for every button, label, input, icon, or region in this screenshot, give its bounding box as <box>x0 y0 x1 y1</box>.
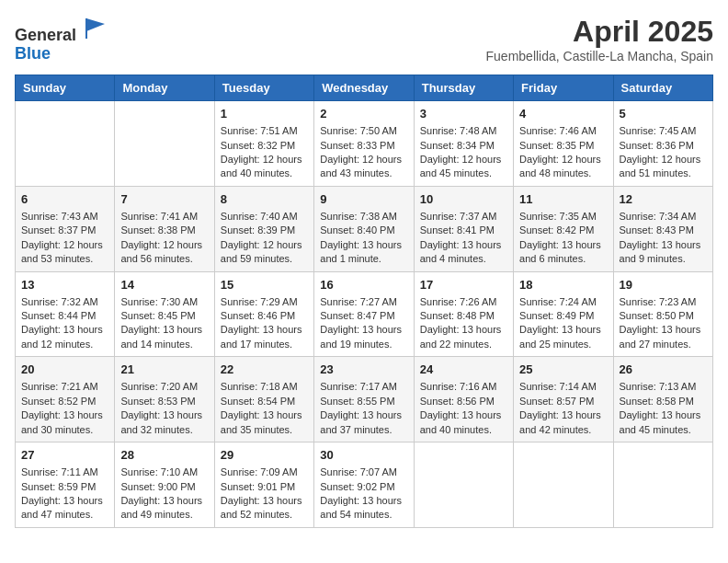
day-number: 1 <box>221 106 308 122</box>
day-number: 12 <box>620 191 707 208</box>
daylight-text: Daylight: 13 hours and 17 minutes. <box>221 323 308 351</box>
sunrise-text: Sunrise: 7:21 AM <box>21 380 108 394</box>
sunrise-text: Sunrise: 7:20 AM <box>120 380 208 394</box>
table-row: 16Sunrise: 7:27 AMSunset: 8:47 PMDayligh… <box>314 271 414 357</box>
table-row: 13Sunrise: 7:32 AMSunset: 8:44 PMDayligh… <box>16 271 115 357</box>
sunset-text: Sunset: 8:46 PM <box>221 309 308 323</box>
day-number: 26 <box>620 362 707 378</box>
daylight-text: Daylight: 13 hours and 30 minutes. <box>21 408 108 437</box>
sunset-text: Sunset: 9:02 PM <box>320 480 407 494</box>
col-monday: Monday <box>115 75 214 101</box>
sunset-text: Sunset: 8:52 PM <box>21 395 108 408</box>
sunset-text: Sunset: 8:36 PM <box>620 139 707 153</box>
col-tuesday: Tuesday <box>214 75 313 101</box>
sunrise-text: Sunrise: 7:07 AM <box>320 465 407 479</box>
daylight-text: Daylight: 13 hours and 4 minutes. <box>420 238 507 267</box>
day-number: 13 <box>21 277 108 293</box>
sunrise-text: Sunrise: 7:11 AM <box>21 465 108 479</box>
day-number: 9 <box>320 191 407 208</box>
day-number: 24 <box>420 362 507 378</box>
sunrise-text: Sunrise: 7:41 AM <box>120 210 208 224</box>
day-number: 22 <box>221 362 308 378</box>
day-number: 6 <box>21 191 108 208</box>
day-number: 15 <box>221 277 308 293</box>
table-row: 22Sunrise: 7:18 AMSunset: 8:54 PMDayligh… <box>214 357 313 442</box>
daylight-text: Daylight: 13 hours and 1 minute. <box>320 238 407 267</box>
sunrise-text: Sunrise: 7:50 AM <box>320 124 407 138</box>
col-wednesday: Wednesday <box>314 75 414 101</box>
svg-marker-0 <box>86 18 105 31</box>
day-number: 11 <box>519 191 607 208</box>
logo-flag-icon <box>83 15 108 40</box>
sunrise-text: Sunrise: 7:46 AM <box>519 124 607 138</box>
sunset-text: Sunset: 8:47 PM <box>320 309 407 323</box>
sunrise-text: Sunrise: 7:26 AM <box>420 295 507 309</box>
table-row: 11Sunrise: 7:35 AMSunset: 8:42 PMDayligh… <box>514 186 613 271</box>
daylight-text: Daylight: 13 hours and 45 minutes. <box>620 408 707 437</box>
daylight-text: Daylight: 12 hours and 56 minutes. <box>120 238 208 267</box>
daylight-text: Daylight: 12 hours and 45 minutes. <box>420 153 507 181</box>
day-number: 19 <box>620 277 707 293</box>
day-number: 4 <box>519 106 607 122</box>
sunrise-text: Sunrise: 7:35 AM <box>519 210 607 224</box>
day-number: 2 <box>320 106 407 122</box>
table-row: 9Sunrise: 7:38 AMSunset: 8:40 PMDaylight… <box>314 186 414 271</box>
sunset-text: Sunset: 8:56 PM <box>420 395 507 408</box>
sunset-text: Sunset: 8:50 PM <box>620 309 707 323</box>
table-row: 12Sunrise: 7:34 AMSunset: 8:43 PMDayligh… <box>613 186 712 271</box>
table-row: 8Sunrise: 7:40 AMSunset: 8:39 PMDaylight… <box>214 186 313 271</box>
daylight-text: Daylight: 13 hours and 32 minutes. <box>120 408 208 437</box>
daylight-text: Daylight: 12 hours and 40 minutes. <box>221 153 308 181</box>
table-row: 20Sunrise: 7:21 AMSunset: 8:52 PMDayligh… <box>16 357 115 442</box>
day-number: 29 <box>221 447 308 464</box>
daylight-text: Daylight: 13 hours and 12 minutes. <box>21 323 108 351</box>
day-number: 5 <box>620 106 707 122</box>
table-row: 29Sunrise: 7:09 AMSunset: 9:01 PMDayligh… <box>214 442 313 528</box>
sunrise-text: Sunrise: 7:17 AM <box>320 380 407 394</box>
daylight-text: Daylight: 13 hours and 35 minutes. <box>221 408 308 437</box>
calendar-week-row: 6Sunrise: 7:43 AMSunset: 8:37 PMDaylight… <box>16 186 713 271</box>
sunset-text: Sunset: 8:53 PM <box>120 395 208 408</box>
sunrise-text: Sunrise: 7:37 AM <box>420 210 507 224</box>
day-number: 18 <box>519 277 607 293</box>
table-row: 27Sunrise: 7:11 AMSunset: 8:59 PMDayligh… <box>16 442 115 528</box>
col-friday: Friday <box>514 75 613 101</box>
table-row <box>514 442 613 528</box>
sunrise-text: Sunrise: 7:40 AM <box>221 210 308 224</box>
day-number: 7 <box>120 191 208 208</box>
table-row: 1Sunrise: 7:51 AMSunset: 8:32 PMDaylight… <box>214 101 313 187</box>
sunset-text: Sunset: 8:43 PM <box>620 224 707 237</box>
daylight-text: Daylight: 13 hours and 54 minutes. <box>320 494 407 523</box>
daylight-text: Daylight: 13 hours and 49 minutes. <box>120 494 208 523</box>
daylight-text: Daylight: 13 hours and 42 minutes. <box>519 408 607 437</box>
sunrise-text: Sunrise: 7:16 AM <box>420 380 507 394</box>
daylight-text: Daylight: 13 hours and 19 minutes. <box>320 323 407 351</box>
location-subtitle: Fuembellida, Castille-La Mancha, Spain <box>486 49 713 63</box>
day-number: 25 <box>519 362 607 378</box>
table-row: 19Sunrise: 7:23 AMSunset: 8:50 PMDayligh… <box>613 271 712 357</box>
table-row: 17Sunrise: 7:26 AMSunset: 8:48 PMDayligh… <box>414 271 513 357</box>
sunrise-text: Sunrise: 7:13 AM <box>620 380 707 394</box>
table-row <box>16 101 115 187</box>
day-number: 23 <box>320 362 407 378</box>
table-row: 28Sunrise: 7:10 AMSunset: 9:00 PMDayligh… <box>115 442 214 528</box>
col-sunday: Sunday <box>16 75 115 101</box>
day-number: 16 <box>320 277 407 293</box>
table-row <box>613 442 712 528</box>
sunset-text: Sunset: 8:37 PM <box>21 224 108 237</box>
daylight-text: Daylight: 13 hours and 25 minutes. <box>519 323 607 351</box>
sunset-text: Sunset: 8:34 PM <box>420 139 507 153</box>
logo-general: General <box>15 26 76 44</box>
table-row: 10Sunrise: 7:37 AMSunset: 8:41 PMDayligh… <box>414 186 513 271</box>
day-number: 17 <box>420 277 507 293</box>
calendar-header-row: Sunday Monday Tuesday Wednesday Thursday… <box>16 75 713 101</box>
table-row: 30Sunrise: 7:07 AMSunset: 9:02 PMDayligh… <box>314 442 414 528</box>
sunrise-text: Sunrise: 7:48 AM <box>420 124 507 138</box>
day-number: 27 <box>21 447 108 464</box>
table-row: 23Sunrise: 7:17 AMSunset: 8:55 PMDayligh… <box>314 357 414 442</box>
sunset-text: Sunset: 8:42 PM <box>519 224 607 237</box>
calendar-week-row: 20Sunrise: 7:21 AMSunset: 8:52 PMDayligh… <box>16 357 713 442</box>
day-number: 3 <box>420 106 507 122</box>
daylight-text: Daylight: 13 hours and 37 minutes. <box>320 408 407 437</box>
col-thursday: Thursday <box>414 75 513 101</box>
